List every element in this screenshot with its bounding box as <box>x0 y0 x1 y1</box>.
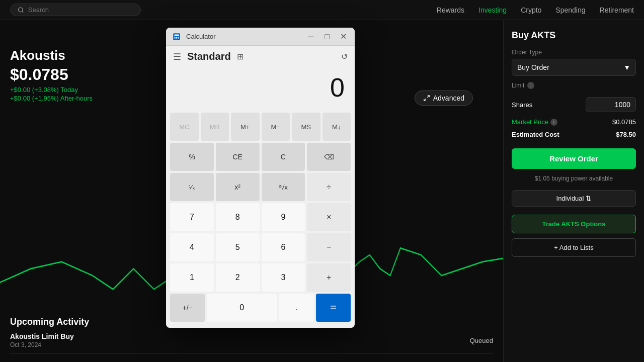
svg-line-3 <box>424 99 426 101</box>
mv-button[interactable]: M↓ <box>323 113 351 141</box>
mminus-button[interactable]: M− <box>262 113 290 141</box>
trade-options-button[interactable]: Trade AKTS Options <box>512 215 636 233</box>
memory-row: MC MR M+ M− MS M↓ <box>170 113 351 141</box>
multiply-button[interactable]: × <box>307 203 351 231</box>
calculator-mode: Standard <box>187 51 231 62</box>
display-value: 0 <box>176 72 345 103</box>
nine-button[interactable]: 9 <box>262 203 305 231</box>
market-price-info-icon[interactable]: i <box>550 119 557 126</box>
square-button[interactable]: x² <box>216 173 260 201</box>
num-row-3: 1 2 3 + <box>170 263 351 292</box>
svg-line-2 <box>427 96 429 98</box>
order-type-value: Buy Order <box>517 63 549 71</box>
num-row-2: 4 5 6 − <box>170 233 351 261</box>
stock-change-today: +$0.00 (+3.08%) Today <box>10 86 93 94</box>
decimal-button[interactable]: . <box>279 294 313 322</box>
four-button[interactable]: 4 <box>170 233 214 261</box>
six-button[interactable]: 6 <box>262 233 305 261</box>
expand-icon <box>423 95 430 102</box>
negate-button[interactable]: +/− <box>170 294 205 322</box>
percent-button[interactable]: % <box>170 143 214 171</box>
panel-title: Buy AKTS <box>512 30 636 41</box>
calc-header-left: ☰ Standard ⊞ <box>173 51 244 62</box>
eight-button[interactable]: 8 <box>216 203 260 231</box>
order-type-select[interactable]: Buy Order ▼ <box>512 59 636 76</box>
nav-link-rewards[interactable]: Rewards <box>437 6 464 14</box>
divide-button[interactable]: ÷ <box>307 173 351 201</box>
advanced-btn-label: Advanced <box>433 94 464 102</box>
equals-button[interactable]: = <box>316 294 351 322</box>
num-row-1: 7 8 9 × <box>170 203 351 231</box>
calculator-display: 0 <box>166 67 355 113</box>
limit-info-icon[interactable]: i <box>527 82 534 89</box>
one-button[interactable]: 1 <box>170 263 214 292</box>
svg-rect-7 <box>175 37 176 38</box>
calculator-app-icon <box>172 32 181 41</box>
stock-change-afterhours: +$0.00 (+1.95%) After-hours <box>10 95 93 102</box>
subtract-button[interactable]: − <box>307 233 351 261</box>
ce-button[interactable]: CE <box>216 143 260 171</box>
chevron-down-icon: ▼ <box>623 63 630 71</box>
advanced-button[interactable]: Advanced <box>415 90 473 106</box>
maximize-button[interactable]: □ <box>321 31 333 42</box>
nav-link-spending[interactable]: Spending <box>555 6 585 14</box>
market-price-value: $0.0785 <box>612 118 636 126</box>
limit-label: Limit <box>512 82 524 89</box>
svg-rect-6 <box>175 34 179 36</box>
top-navigation: Rewards Investing Crypto Spending Retire… <box>0 0 644 20</box>
two-button[interactable]: 2 <box>216 263 260 292</box>
shares-label: Shares <box>512 101 532 109</box>
mplus-button[interactable]: M+ <box>231 113 260 141</box>
nav-link-investing[interactable]: Investing <box>478 6 507 14</box>
buying-power-text: $1.05 buying power available <box>512 175 636 182</box>
review-order-button[interactable]: Review Order <box>512 148 636 169</box>
nav-link-crypto[interactable]: Crypto <box>521 6 541 14</box>
history-icon[interactable]: ↺ <box>341 52 348 61</box>
zero-button[interactable]: 0 <box>207 294 277 322</box>
nav-link-retirement[interactable]: Retirement <box>600 6 634 14</box>
reciprocal-button[interactable]: ¹∕ₓ <box>170 173 214 201</box>
mode-switch-icon[interactable]: ⊞ <box>237 52 244 61</box>
account-chevron-icon: ⇅ <box>586 195 591 202</box>
estimated-cost-label: Estimated Cost <box>512 131 559 138</box>
fn-row-1: % CE C ⌫ <box>170 143 351 171</box>
limit-row: Limit i <box>512 82 636 89</box>
calculator-title: Calculator <box>186 33 300 40</box>
num-row-4: +/− 0 . = <box>170 294 351 322</box>
order-panel: Buy AKTS Order Type Buy Order ▼ Limit i … <box>503 20 644 362</box>
five-button[interactable]: 5 <box>216 233 260 261</box>
search-input[interactable] <box>28 6 133 14</box>
shares-input[interactable] <box>586 97 636 112</box>
calculator-window: Calculator ─ □ ✕ ☰ Standard ⊞ ↺ 0 MC MR … <box>166 28 355 328</box>
add-to-lists-button[interactable]: + Add to Lists <box>512 238 636 257</box>
seven-button[interactable]: 7 <box>170 203 214 231</box>
c-button[interactable]: C <box>262 143 305 171</box>
sqrt-button[interactable]: ²√x <box>262 173 305 201</box>
stock-price: $0.0785 <box>10 65 93 84</box>
estimated-cost-row: Estimated Cost $78.50 <box>512 131 636 138</box>
calculator-buttons: MC MR M+ M− MS M↓ % CE C ⌫ ¹∕ₓ x² ²√x ÷ … <box>166 113 355 328</box>
search-bar[interactable] <box>10 4 141 16</box>
activity-item[interactable]: Akoustis Limit Buy Oct 3, 2024 Queued <box>10 332 493 348</box>
hamburger-icon[interactable]: ☰ <box>173 51 181 62</box>
account-select[interactable]: Individual ⇅ <box>512 190 636 207</box>
account-value: Individual <box>556 195 584 202</box>
order-type-label: Order Type <box>512 49 636 56</box>
activity-item-status: Queued <box>470 337 493 344</box>
mc-button[interactable]: MC <box>170 113 199 141</box>
fn-row-2: ¹∕ₓ x² ²√x ÷ <box>170 173 351 201</box>
minimize-button[interactable]: ─ <box>305 31 316 42</box>
nav-links: Rewards Investing Crypto Spending Retire… <box>437 6 634 14</box>
calculator-titlebar: Calculator ─ □ ✕ <box>166 28 355 46</box>
close-button[interactable]: ✕ <box>338 31 349 42</box>
market-price-label: Market Price i <box>512 118 557 126</box>
three-button[interactable]: 3 <box>262 263 305 292</box>
backspace-button[interactable]: ⌫ <box>307 143 351 171</box>
svg-point-0 <box>19 8 23 12</box>
add-button[interactable]: + <box>307 263 351 292</box>
svg-rect-12 <box>178 38 179 39</box>
mr-button[interactable]: MR <box>201 113 229 141</box>
activity-item-date: Oct 3, 2024 <box>10 341 74 348</box>
ms-button[interactable]: MS <box>292 113 320 141</box>
market-price-row: Market Price i $0.0785 <box>512 118 636 126</box>
